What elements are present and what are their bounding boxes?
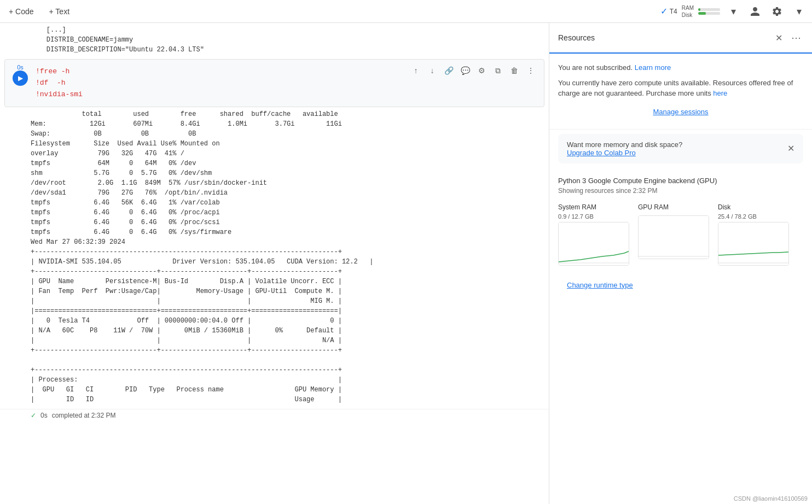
account-icon[interactable] — [746, 3, 764, 20]
completion-bar: ✓ 0s completed at 2:32 PM — [0, 409, 549, 421]
move-down-icon[interactable]: ↓ — [425, 63, 440, 78]
disk-chart-svg — [718, 222, 789, 266]
svg-rect-0 — [559, 222, 629, 266]
ram-disk-info: RAM Disk — [682, 5, 694, 18]
cell-output-block: total used free shared buff/cache availa… — [0, 109, 549, 409]
top-bar-left: + Code + Text — [4, 5, 74, 18]
add-code-button[interactable]: + Code — [4, 5, 38, 18]
backend-title: Python 3 Google Compute Engine backend (… — [558, 177, 803, 185]
here-link[interactable]: here — [713, 89, 727, 97]
cell-toolbar: ↑ ↓ 🔗 💬 ⚙ ⧉ 🗑 ⋮ — [407, 62, 540, 79]
ram-chart-svg — [559, 222, 629, 266]
panel-title: Resources — [558, 33, 773, 42]
change-runtime-button[interactable]: Change runtime type — [558, 274, 803, 296]
gpu-ram-card: GPU RAM — [638, 203, 709, 266]
gpu-ram-chart — [638, 215, 709, 259]
ram-bar-fill — [698, 8, 700, 11]
link-icon[interactable]: 🔗 — [441, 63, 456, 78]
add-text-button[interactable]: + Text — [45, 5, 74, 18]
settings-cell-icon[interactable]: ⚙ — [474, 63, 489, 78]
more-icon[interactable]: ⋮ — [523, 63, 538, 78]
chevron-down-icon[interactable]: ▾ — [790, 3, 808, 20]
system-ram-card: System RAM 0.9 / 12.7 GB — [558, 203, 629, 266]
cell-input-block: 0s ▶ !free -h !df -h !nvidia-smi ↑ ↓ 🔗 💬… — [4, 59, 544, 107]
ram-bar — [698, 8, 720, 11]
right-panel: Resources ✕ ⋯ You are not subscribed. Le… — [549, 23, 812, 504]
run-indicator: 0s — [17, 64, 24, 71]
upgrade-close-button[interactable]: ✕ — [787, 143, 794, 154]
notebook-area[interactable]: [...] DISTRIB_CODENAME=jammy DISTRIB_DES… — [0, 23, 549, 504]
disk-bar-fill — [698, 12, 706, 15]
completion-time: 0s — [40, 412, 48, 419]
disk-bar — [698, 12, 720, 15]
run-button[interactable]: ▶ — [13, 71, 28, 86]
svg-rect-4 — [718, 222, 789, 266]
system-ram-label: System RAM — [558, 203, 629, 211]
disk-chart — [718, 222, 789, 266]
system-ram-chart — [558, 222, 629, 266]
runtime-name: T4 — [670, 8, 677, 15]
subscription-section: You are not subscribed. Learn more You c… — [549, 54, 812, 130]
backend-subtitle: Showing resources since 2:32 PM — [558, 187, 803, 195]
gpu-ram-label: GPU RAM — [638, 203, 709, 211]
watermark: CSDN @liaomin416100569 — [734, 495, 808, 502]
upgrade-to-colab-pro-link[interactable]: Upgrade to Colab Pro — [567, 149, 636, 157]
disk-label: Disk — [718, 203, 789, 211]
system-ram-value: 0.9 / 12.7 GB — [558, 213, 629, 220]
cell-gutter: 0s ▶ — [5, 62, 36, 86]
disk-card: Disk 25.4 / 78.2 GB — [718, 203, 789, 266]
ram-disk-bars — [698, 8, 720, 15]
panel-close-button[interactable]: ✕ — [773, 31, 785, 45]
backend-section: Python 3 Google Compute Engine backend (… — [549, 168, 812, 274]
completion-detail: completed at 2:32 PM — [52, 412, 116, 419]
runtime-indicator: ✓ T4 — [660, 6, 677, 16]
dropdown-button[interactable]: ▾ — [724, 3, 742, 20]
description-text: You currently have zero compute units av… — [558, 78, 803, 99]
move-up-icon[interactable]: ↑ — [408, 63, 424, 78]
gpu-chart-svg — [639, 216, 709, 259]
upgrade-box-text: Want more memory and disk space? — [567, 140, 682, 149]
settings-icon[interactable] — [768, 3, 786, 20]
check-icon: ✓ — [31, 412, 36, 419]
learn-more-link[interactable]: Learn more — [635, 63, 671, 72]
disk-value: 25.4 / 78.2 GB — [718, 213, 789, 220]
prev-cell-output: [...] DISTRIB_CODENAME=jammy DISTRIB_DES… — [0, 23, 549, 57]
top-bar: + Code + Text ✓ T4 RAM Disk ▾ ▾ — [0, 0, 812, 23]
free-output: total used free shared buff/cache availa… — [31, 109, 544, 405]
comment-icon[interactable]: 💬 — [457, 63, 473, 78]
not-subscribed-text: You are not subscribed. Learn more — [558, 62, 803, 73]
panel-more-button[interactable]: ⋯ — [789, 30, 803, 46]
change-runtime-section: Change runtime type — [549, 274, 812, 304]
run-indicator-label: 0s — [17, 64, 24, 71]
delete-icon[interactable]: 🗑 — [507, 63, 522, 78]
runtime-check-icon: ✓ — [660, 6, 668, 16]
top-bar-right: ✓ T4 RAM Disk ▾ ▾ — [660, 3, 808, 20]
resources-grid: System RAM 0.9 / 12.7 GB GPU RAM — [558, 203, 803, 266]
svg-rect-2 — [639, 216, 709, 259]
manage-sessions-button[interactable]: Manage sessions — [558, 103, 803, 120]
upgrade-box: Want more memory and disk space? Upgrade… — [558, 134, 803, 163]
copy-icon[interactable]: ⧉ — [490, 63, 506, 78]
panel-header: Resources ✕ ⋯ — [549, 23, 812, 54]
main-content: [...] DISTRIB_CODENAME=jammy DISTRIB_DES… — [0, 23, 812, 504]
